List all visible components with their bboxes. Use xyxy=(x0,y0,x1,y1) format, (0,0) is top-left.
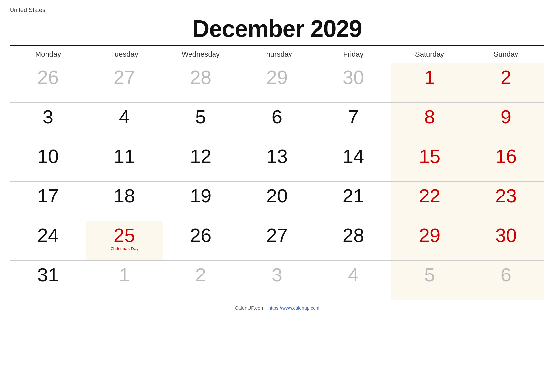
day-header-saturday: Saturday xyxy=(391,46,468,63)
calendar-day: 8 xyxy=(391,102,468,142)
day-number: 17 xyxy=(13,186,83,205)
day-number: 6 xyxy=(471,265,541,284)
day-header-monday: Monday xyxy=(10,46,86,63)
day-number: 18 xyxy=(89,186,159,205)
day-number: 1 xyxy=(395,68,465,87)
day-number: 3 xyxy=(13,107,83,126)
day-number: 30 xyxy=(471,226,541,245)
calendar-day: 27 xyxy=(86,63,163,102)
day-number: 26 xyxy=(13,68,83,87)
week-row-3: 10111213141516 xyxy=(10,142,544,181)
day-number: 9 xyxy=(471,107,541,126)
calendar-day: 3 xyxy=(10,102,86,142)
calendar-day: 21 xyxy=(315,181,391,221)
calendar-day: 18 xyxy=(86,181,163,221)
day-number: 14 xyxy=(318,147,388,166)
day-number: 5 xyxy=(166,107,236,126)
calendar-day: 27 xyxy=(239,221,315,260)
calendar-day: 20 xyxy=(239,181,315,221)
day-number: 21 xyxy=(318,186,388,205)
footer-url[interactable]: https://www.calenup.com xyxy=(268,305,319,311)
day-number: 28 xyxy=(318,226,388,245)
week-row-6: 31123456 xyxy=(10,260,544,300)
day-number: 27 xyxy=(89,68,159,87)
calendar-day: 17 xyxy=(10,181,86,221)
day-number: 4 xyxy=(89,107,159,126)
calendar-title: December 2029 xyxy=(10,15,544,42)
calendar-table: MondayTuesdayWednesdayThursdayFridaySatu… xyxy=(10,45,544,300)
calendar-day: 1 xyxy=(391,63,468,102)
calendar-day: 19 xyxy=(163,181,239,221)
footer-site-name: CalenUP.com xyxy=(235,305,264,311)
day-header-thursday: Thursday xyxy=(239,46,315,63)
calendar-day: 29 xyxy=(239,63,315,102)
day-number: 23 xyxy=(471,186,541,205)
day-number: 2 xyxy=(471,68,541,87)
day-header-tuesday: Tuesday xyxy=(86,46,163,63)
day-number: 22 xyxy=(395,186,465,205)
day-number: 2 xyxy=(166,265,236,284)
calendar-day: 9 xyxy=(468,102,544,142)
day-number: 1 xyxy=(89,265,159,284)
day-number: 30 xyxy=(318,68,388,87)
calendar-day: 3 xyxy=(239,260,315,300)
day-header-friday: Friday xyxy=(315,46,391,63)
calendar-day: 28 xyxy=(315,221,391,260)
week-row-4: 17181920212223 xyxy=(10,181,544,221)
day-number: 15 xyxy=(395,147,465,166)
calendar-day: 10 xyxy=(10,142,86,181)
calendar-day: 7 xyxy=(315,102,391,142)
day-number: 16 xyxy=(471,147,541,166)
day-number: 7 xyxy=(318,107,388,126)
calendar-day: 24 xyxy=(10,221,86,260)
day-number: 6 xyxy=(242,107,312,126)
calendar-day: 30 xyxy=(468,221,544,260)
day-number: 11 xyxy=(89,147,159,166)
week-row-1: 262728293012 xyxy=(10,63,544,102)
calendar-day: 29 xyxy=(391,221,468,260)
calendar-day: 15 xyxy=(391,142,468,181)
calendar-day: 6 xyxy=(468,260,544,300)
day-number: 3 xyxy=(242,265,312,284)
calendar-day: 26 xyxy=(10,63,86,102)
day-number: 8 xyxy=(395,107,465,126)
calendar-day: 6 xyxy=(239,102,315,142)
day-number: 27 xyxy=(242,226,312,245)
days-header-row: MondayTuesdayWednesdayThursdayFridaySatu… xyxy=(10,46,544,63)
country-label: United States xyxy=(10,7,544,13)
day-number: 20 xyxy=(242,186,312,205)
day-number: 5 xyxy=(395,265,465,284)
calendar-day: 1 xyxy=(86,260,163,300)
calendar-day: 30 xyxy=(315,63,391,102)
day-number: 19 xyxy=(166,186,236,205)
calendar-day: 28 xyxy=(163,63,239,102)
day-number: 4 xyxy=(318,265,388,284)
day-number: 31 xyxy=(13,265,83,284)
calendar-day: 4 xyxy=(86,102,163,142)
day-number: 12 xyxy=(166,147,236,166)
day-number: 28 xyxy=(166,68,236,87)
day-header-wednesday: Wednesday xyxy=(163,46,239,63)
calendar-day: 2 xyxy=(468,63,544,102)
day-number: 29 xyxy=(242,68,312,87)
calendar-day: 23 xyxy=(468,181,544,221)
day-header-sunday: Sunday xyxy=(468,46,544,63)
day-number: 13 xyxy=(242,147,312,166)
calendar-day: 16 xyxy=(468,142,544,181)
day-number: 10 xyxy=(13,147,83,166)
calendar-day: 5 xyxy=(163,102,239,142)
calendar-day: 11 xyxy=(86,142,163,181)
calendar-day: 25Christmas Day xyxy=(86,221,163,260)
day-number: 25 xyxy=(89,226,159,245)
day-number: 24 xyxy=(13,226,83,245)
calendar-day: 14 xyxy=(315,142,391,181)
calendar-day: 26 xyxy=(163,221,239,260)
footer: CalenUP.com https://www.calenup.com xyxy=(10,305,544,311)
calendar-day: 31 xyxy=(10,260,86,300)
day-number: 26 xyxy=(166,226,236,245)
calendar-day: 5 xyxy=(391,260,468,300)
calendar-day: 4 xyxy=(315,260,391,300)
calendar-wrapper: MondayTuesdayWednesdayThursdayFridaySatu… xyxy=(10,45,544,300)
calendar-day: 2 xyxy=(163,260,239,300)
week-row-2: 3456789 xyxy=(10,102,544,142)
